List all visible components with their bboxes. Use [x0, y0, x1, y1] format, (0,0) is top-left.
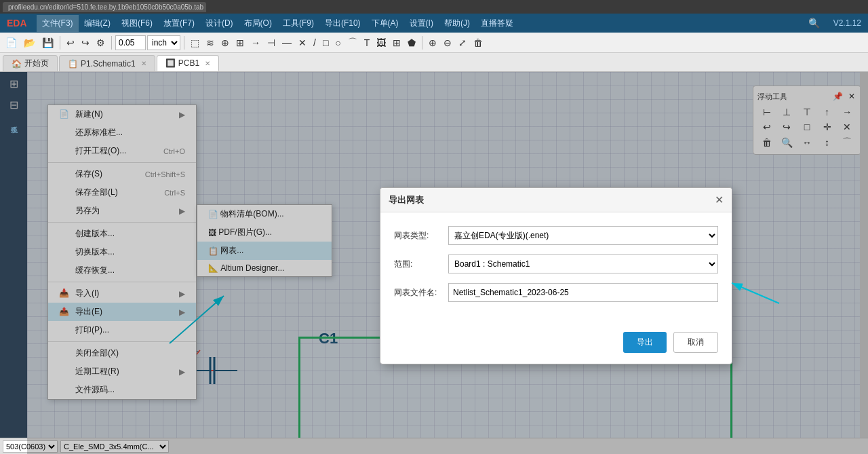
toolbar-save[interactable]: 💾: [39, 36, 56, 50]
toolbar-sep-2: [111, 36, 112, 50]
toolbar-sep-3: [184, 36, 184, 50]
toolbar-shape[interactable]: ⬟: [405, 36, 418, 50]
toolbar-table[interactable]: ⊞: [390, 36, 403, 50]
toolbar-junction[interactable]: ⊕: [218, 36, 232, 50]
toolbar-settings-gear[interactable]: ⚙: [94, 36, 108, 50]
menu-file[interactable]: 文件(F3): [37, 15, 79, 32]
netlist-dialog: 导出网表 ✕ 网表类型: 嘉立创EDA(专业版)(.enet) 范围: Boar…: [380, 187, 732, 364]
tab-schematic[interactable]: 📋 P1.Schematic1 ✕: [59, 55, 155, 71]
filename-input[interactable]: [448, 283, 718, 302]
scope-select[interactable]: Board1 : Schematic1: [448, 254, 718, 273]
toolbar-arrow-right[interactable]: →: [248, 36, 263, 50]
toolbar-undo[interactable]: ↩: [64, 36, 77, 50]
unit-select[interactable]: inch mm: [147, 35, 180, 50]
left-panel-btn-2[interactable]: ⊟: [7, 96, 21, 114]
toolbar-redo[interactable]: ↪: [79, 36, 92, 50]
modal-body: 网表类型: 嘉立创EDA(专业版)(.enet) 范围: Board1 : Sc…: [380, 212, 732, 325]
export-button[interactable]: 导出: [623, 332, 667, 353]
modal-title: 导出网表: [389, 194, 424, 206]
menu-edit[interactable]: 编辑(Z): [79, 15, 116, 32]
tabbar: 🏠 开始页 📋 P1.Schematic1 ✕ 🔲 PCB1 ✕: [0, 53, 868, 72]
tab-schematic-icon: 📋: [68, 59, 78, 69]
toolbar-sep-4: [422, 36, 422, 50]
menu-help[interactable]: 帮助(J): [439, 15, 475, 32]
netlist-type-select[interactable]: 嘉立创EDA(专业版)(.enet): [448, 226, 718, 245]
scope-row: 范围: Board1 : Schematic1: [394, 254, 718, 273]
grid-value-input[interactable]: [115, 35, 146, 50]
cancel-button[interactable]: 取消: [673, 332, 718, 353]
tab-start-icon: 🏠: [12, 59, 22, 69]
modal-footer: 导出 取消: [380, 325, 732, 364]
version-label: V2.1.12: [829, 17, 865, 29]
tab-pcb-close[interactable]: ✕: [205, 60, 210, 67]
left-panel-btn-1[interactable]: ⊞: [7, 75, 21, 93]
toolbar-image[interactable]: 🖼: [374, 36, 389, 50]
menubar-right: 🔍 V2.1.12: [804, 16, 865, 30]
netlist-type-label: 网表类型:: [394, 230, 448, 242]
toolbar-zoom-in[interactable]: ⊕: [426, 36, 439, 50]
browser-bar: profileedu.cn/editor/id=510.fe.tee.by.1b…: [0, 0, 868, 14]
menu-tools[interactable]: 工具(F9): [277, 15, 319, 32]
toolbar-branch[interactable]: ⊣: [264, 36, 278, 50]
toolbar-open[interactable]: 📂: [21, 36, 38, 50]
browser-tab: profileedu.cn/editor/id=510.fe.tee.by.1b…: [3, 2, 206, 12]
toolbar-cross[interactable]: ✕: [296, 36, 309, 50]
filename-row: 网表文件名:: [394, 283, 718, 302]
tab-schematic-close[interactable]: ✕: [141, 60, 146, 67]
toolbar-select-btn[interactable]: ⬚: [188, 36, 202, 50]
menu-view[interactable]: 视图(F6): [116, 15, 158, 32]
left-panel-sys-label[interactable]: 系统: [7, 117, 20, 125]
tab-pcb-label: PCB1: [178, 58, 199, 68]
toolbar-label[interactable]: —: [279, 36, 294, 50]
menu-place[interactable]: 放置(F7): [158, 15, 200, 32]
tab-start[interactable]: 🏠 开始页: [3, 55, 58, 71]
search-icon[interactable]: 🔍: [804, 16, 824, 30]
menu-design[interactable]: 设计(D): [200, 15, 239, 32]
toolbar-arc[interactable]: ⌒: [345, 35, 360, 50]
toolbar-circle[interactable]: ○: [332, 36, 343, 50]
toolbar-text[interactable]: T: [361, 36, 373, 50]
left-panel: ⊞ ⊟ 系统: [0, 72, 27, 454]
menu-export[interactable]: 导出(F10): [319, 15, 366, 32]
modal-close-button[interactable]: ✕: [715, 193, 724, 206]
toolbar-delete[interactable]: 🗑: [471, 36, 486, 50]
scope-label: 范围:: [394, 259, 448, 270]
toolbar-rect[interactable]: □: [320, 36, 331, 50]
netlist-type-row: 网表类型: 嘉立创EDA(专业版)(.enet): [394, 226, 718, 245]
tab-pcb[interactable]: 🔲 PCB1 ✕: [157, 55, 219, 71]
toolbar-wire[interactable]: ≋: [203, 36, 217, 50]
menu-layout[interactable]: 布局(O): [239, 15, 277, 32]
toolbar-line[interactable]: /: [311, 36, 319, 50]
tab-schematic-label: P1.Schematic1: [81, 59, 136, 69]
menu-live[interactable]: 直播答疑: [475, 15, 519, 32]
toolbar-sep-1: [60, 36, 60, 50]
menu-order[interactable]: 下单(A): [366, 15, 404, 32]
app-logo: EDA: [3, 16, 31, 30]
toolbar-new[interactable]: 📄: [3, 36, 20, 50]
toolbar-fit[interactable]: ⤢: [456, 36, 469, 50]
toolbar-zoom-out[interactable]: ⊖: [441, 36, 454, 50]
tab-start-label: 开始页: [24, 58, 49, 69]
menu-settings[interactable]: 设置(I): [404, 15, 439, 32]
modal-header: 导出网表 ✕: [380, 188, 732, 212]
main-area: ⊞ ⊟ 系统 5P(R060) C1: [0, 72, 868, 454]
toolbar: 📄 📂 💾 ↩ ↪ ⚙ inch mm ⬚ ≋ ⊕ ⊞ → ⊣ — ✕ / □ …: [0, 33, 868, 53]
menubar: EDA 文件(F3) 编辑(Z) 视图(F6) 放置(F7) 设计(D) 布局(…: [0, 14, 868, 33]
filename-label: 网表文件名:: [394, 287, 448, 299]
toolbar-bus[interactable]: ⊞: [233, 36, 247, 50]
tab-pcb-icon: 🔲: [165, 58, 176, 68]
canvas-area[interactable]: 5P(R060) C1: [27, 72, 868, 454]
